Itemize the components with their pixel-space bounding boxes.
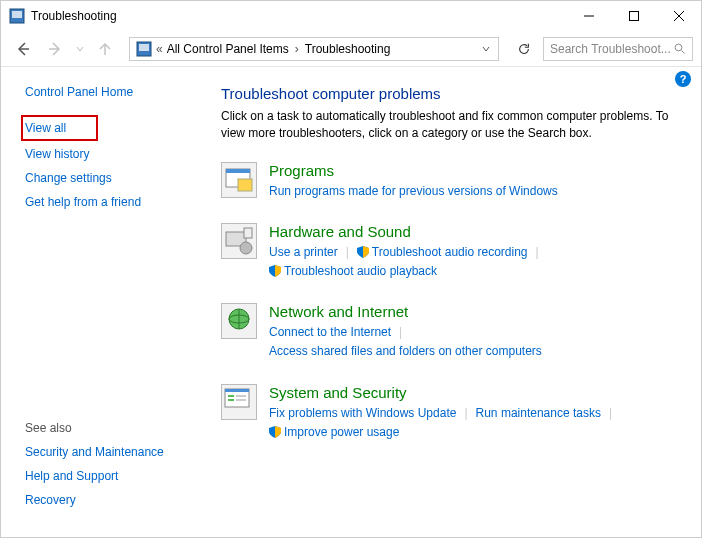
refresh-button[interactable] <box>509 37 539 61</box>
back-button[interactable] <box>9 35 37 63</box>
page-title: Troubleshoot computer problems <box>221 85 685 102</box>
task-audio-playback-label: Troubleshoot audio playback <box>284 264 437 278</box>
page-description: Click on a task to automatically trouble… <box>221 108 681 142</box>
chevron-right-icon: › <box>291 42 303 56</box>
system-icon <box>221 384 257 420</box>
sidebar-view-all[interactable]: View all <box>21 115 98 141</box>
shield-icon <box>357 246 369 258</box>
up-button[interactable] <box>91 35 119 63</box>
category-title-system[interactable]: System and Security <box>269 384 685 401</box>
app-icon <box>9 8 25 24</box>
svg-rect-3 <box>629 12 638 21</box>
task-access-shared[interactable]: Access shared files and folders on other… <box>269 342 542 361</box>
svg-rect-1 <box>12 11 22 18</box>
sidebar-control-panel-home[interactable]: Control Panel Home <box>25 85 211 99</box>
category-network: Network and Internet Connect to the Inte… <box>221 303 685 361</box>
main-panel: ? Troubleshoot computer problems Click o… <box>211 67 701 537</box>
programs-icon <box>221 162 257 198</box>
task-audio-playback[interactable]: Troubleshoot audio playback <box>269 262 437 281</box>
svg-rect-24 <box>228 395 234 397</box>
sidebar-get-help[interactable]: Get help from a friend <box>25 195 211 209</box>
control-panel-icon <box>136 41 152 57</box>
svg-rect-18 <box>244 228 252 238</box>
search-icon <box>674 43 686 55</box>
task-power-usage[interactable]: Improve power usage <box>269 423 399 442</box>
see-also-section: See also Security and Maintenance Help a… <box>25 421 164 517</box>
svg-rect-10 <box>139 44 149 51</box>
svg-rect-14 <box>226 169 250 173</box>
forward-button[interactable] <box>41 35 69 63</box>
shield-icon <box>269 265 281 277</box>
see-also-security[interactable]: Security and Maintenance <box>25 445 164 459</box>
svg-rect-25 <box>228 399 234 401</box>
category-system: System and Security Fix problems with Wi… <box>221 384 685 442</box>
svg-point-17 <box>240 242 252 254</box>
shield-icon <box>269 426 281 438</box>
category-title-hardware[interactable]: Hardware and Sound <box>269 223 685 240</box>
chevron-down-icon[interactable] <box>476 42 496 56</box>
network-icon <box>221 303 257 339</box>
task-separator: | <box>527 243 546 262</box>
task-separator: | <box>338 243 357 262</box>
nav-bar: « All Control Panel Items › Troubleshoot… <box>1 31 701 67</box>
hardware-icon <box>221 223 257 259</box>
task-separator: | <box>391 323 410 342</box>
sidebar-change-settings[interactable]: Change settings <box>25 171 211 185</box>
category-hardware: Hardware and Sound Use a printer | Troub… <box>221 223 685 281</box>
titlebar: Troubleshooting <box>1 1 701 31</box>
search-input[interactable] <box>550 42 674 56</box>
category-title-programs[interactable]: Programs <box>269 162 685 179</box>
svg-line-12 <box>682 50 685 53</box>
close-button[interactable] <box>656 1 701 31</box>
breadcrumb-item-all[interactable]: All Control Panel Items <box>165 42 291 56</box>
window-title: Troubleshooting <box>31 9 566 23</box>
task-connect-internet[interactable]: Connect to the Internet <box>269 323 391 342</box>
see-also-header: See also <box>25 421 164 435</box>
breadcrumb-item-troubleshooting[interactable]: Troubleshooting <box>303 42 393 56</box>
sidebar-view-history[interactable]: View history <box>25 147 211 161</box>
task-maintenance[interactable]: Run maintenance tasks <box>476 404 601 423</box>
svg-point-11 <box>675 44 682 51</box>
breadcrumb[interactable]: « All Control Panel Items › Troubleshoot… <box>129 37 499 61</box>
task-audio-recording[interactable]: Troubleshoot audio recording <box>357 243 528 262</box>
see-also-help[interactable]: Help and Support <box>25 469 164 483</box>
chevron-right-icon: « <box>156 42 165 56</box>
category-programs: Programs Run programs made for previous … <box>221 162 685 201</box>
task-run-previous-versions[interactable]: Run programs made for previous versions … <box>269 182 558 201</box>
see-also-recovery[interactable]: Recovery <box>25 493 164 507</box>
task-windows-update[interactable]: Fix problems with Windows Update <box>269 404 456 423</box>
task-power-usage-label: Improve power usage <box>284 425 399 439</box>
minimize-button[interactable] <box>566 1 611 31</box>
svg-rect-15 <box>238 179 252 191</box>
maximize-button[interactable] <box>611 1 656 31</box>
help-icon[interactable]: ? <box>675 71 691 87</box>
sidebar: Control Panel Home View all View history… <box>1 67 211 537</box>
recent-locations-button[interactable] <box>73 35 87 63</box>
svg-rect-23 <box>225 389 249 392</box>
category-title-network[interactable]: Network and Internet <box>269 303 685 320</box>
svg-rect-27 <box>236 399 246 401</box>
task-separator: | <box>456 404 475 423</box>
task-separator: | <box>601 404 620 423</box>
task-use-printer[interactable]: Use a printer <box>269 243 338 262</box>
svg-rect-26 <box>236 395 246 397</box>
task-audio-recording-label: Troubleshoot audio recording <box>372 245 528 259</box>
search-box[interactable] <box>543 37 693 61</box>
